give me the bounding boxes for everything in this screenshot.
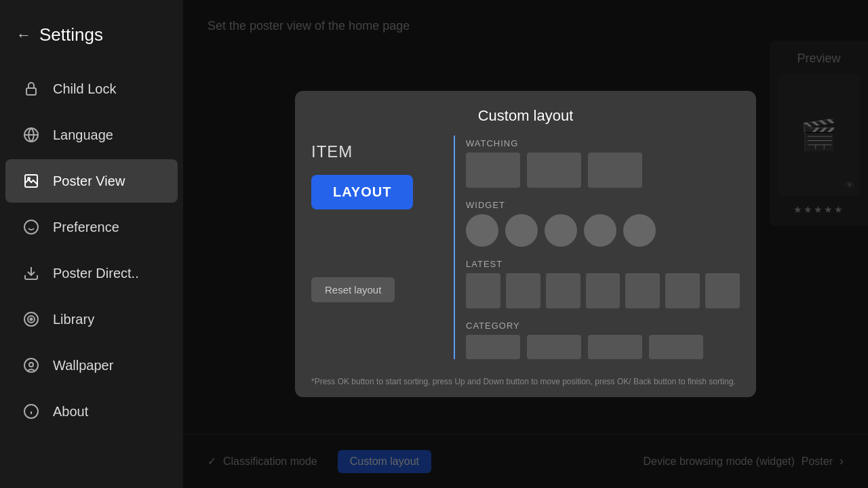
widget-circle-5 [623,214,656,247]
latest-row [466,273,740,308]
custom-layout-modal: Custom layout ITEM LAYOUT Reset layout W… [295,91,756,397]
sidebar-item-label: Wallpaper [53,358,113,373]
svg-point-10 [31,319,33,321]
watching-label: WATCHING [466,138,740,148]
download-icon [22,264,41,283]
smiley-icon [22,218,41,237]
sidebar-item-label: Poster Direct.. [53,266,139,281]
modal-overlay: Custom layout ITEM LAYOUT Reset layout W… [183,0,868,488]
svg-rect-0 [26,88,36,95]
modal-body: ITEM LAYOUT Reset layout WATCHING W [295,136,756,370]
item-label: ITEM [311,142,353,161]
sidebar-item-library[interactable]: Library [5,298,178,341]
latest-card-7 [705,273,740,308]
category-section: CATEGORY [466,321,740,359]
latest-section: LATEST [466,259,740,308]
watching-card-3 [588,152,642,188]
category-card-1 [466,335,520,359]
widget-circle-1 [466,214,498,247]
watching-card-2 [527,152,581,188]
sidebar-item-child-lock[interactable]: Child Lock [5,67,178,110]
svg-point-11 [24,359,38,372]
svg-point-3 [28,178,30,180]
sidebar-item-label: Language [53,127,113,143]
modal-footer: *Press OK button to start sorting, press… [295,370,756,397]
latest-label: LATEST [466,259,740,269]
widget-section: WIDGET [466,200,740,247]
latest-card-1 [466,273,500,308]
sidebar-item-wallpaper[interactable]: Wallpaper [5,344,178,387]
layout-button[interactable]: LAYOUT [311,175,413,209]
widget-circle-3 [545,214,577,247]
sidebar-item-label: About [53,404,88,420]
category-row [466,335,740,359]
person-circle-icon [22,356,41,375]
latest-card-2 [506,273,540,308]
latest-card-3 [546,273,580,308]
category-card-3 [588,335,642,359]
widget-label: WIDGET [466,200,740,210]
latest-card-6 [665,273,700,308]
widget-circle-2 [505,214,538,247]
widget-row [466,214,740,247]
sidebar-item-language[interactable]: Language [5,113,178,157]
latest-card-4 [586,273,620,308]
svg-point-4 [24,220,38,234]
sidebar-item-preference[interactable]: Preference [5,205,178,249]
sidebar: ← Settings Child Lock Language [0,0,183,488]
image-icon [22,171,41,190]
info-icon [22,402,41,421]
sidebar-item-about[interactable]: About [5,390,178,433]
modal-right-column: WATCHING WIDGET [454,136,740,359]
back-icon[interactable]: ← [16,26,31,44]
category-label: CATEGORY [466,321,740,331]
sidebar-item-label: Preference [53,220,119,235]
category-card-4 [649,335,703,359]
lock-icon [22,79,41,98]
widget-circle-4 [584,214,616,247]
globe-icon [22,125,41,144]
watching-section: WATCHING [466,138,740,188]
sidebar-title: Settings [39,24,103,45]
sidebar-item-poster-direct[interactable]: Poster Direct.. [5,251,178,295]
sidebar-item-label: Library [53,312,94,327]
category-card-2 [527,335,581,359]
sidebar-item-label: Poster View [53,174,125,189]
sidebar-item-label: Child Lock [53,81,116,97]
reset-layout-button[interactable]: Reset layout [311,277,395,302]
watching-card-1 [466,152,520,188]
watching-row [466,152,740,188]
sidebar-item-poster-view[interactable]: Poster View [5,159,178,203]
modal-title: Custom layout [295,91,756,136]
modal-left-column: ITEM LAYOUT Reset layout [311,136,447,359]
library-icon [22,310,41,329]
latest-card-5 [625,273,660,308]
sidebar-header: ← Settings [0,14,183,66]
